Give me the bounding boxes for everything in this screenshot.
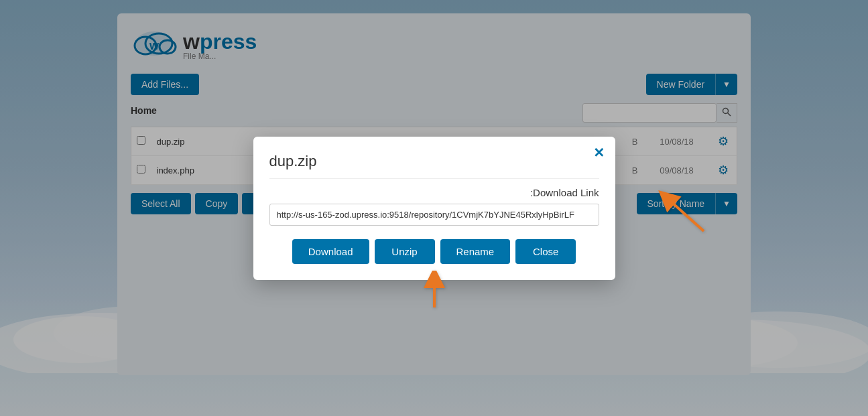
- modal-overlay: ✕ dup.zip :Download Link Download Unzip …: [0, 0, 868, 416]
- svg-line-19: [670, 201, 704, 231]
- modal-download-link-label: :Download Link: [269, 187, 599, 198]
- modal-rename-button[interactable]: Rename: [440, 239, 511, 264]
- modal-close-button[interactable]: ✕: [593, 145, 605, 161]
- arrow-annotation-gear: [657, 188, 710, 244]
- modal-download-button[interactable]: Download: [292, 239, 369, 264]
- modal-dialog: ✕ dup.zip :Download Link Download Unzip …: [253, 137, 615, 280]
- modal-close-action-button[interactable]: Close: [515, 239, 576, 264]
- modal-url-input[interactable]: [269, 204, 599, 226]
- modal-buttons: Download Unzip Rename Close: [269, 239, 599, 264]
- arrow-annotation-unzip: [414, 271, 454, 314]
- modal-unzip-button[interactable]: Unzip: [375, 239, 435, 264]
- modal-title: dup.zip: [269, 153, 599, 179]
